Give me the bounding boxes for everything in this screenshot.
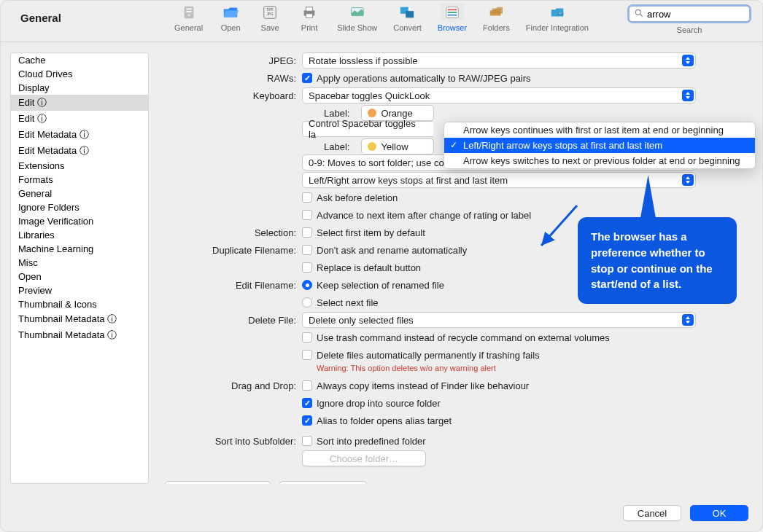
sidebar-item-thumbnail-icons[interactable]: Thumbnail & Icons: [11, 297, 148, 311]
row-delete-file: Delete File: Delete only selected files: [159, 312, 753, 328]
svg-text:TIFF: TIFF: [266, 8, 274, 12]
sidebar-item-thumbnail-metadata-2[interactable]: Thumbnail Metadata ⓘ: [11, 327, 148, 343]
checkbox-delete-permanently[interactable]: [302, 350, 312, 360]
cancel-button[interactable]: Cancel: [623, 505, 681, 521]
sidebar[interactable]: Cache Cloud Drives Display Edit ⓘ Edit ⓘ…: [10, 52, 149, 484]
checkbox-always-copy[interactable]: [302, 380, 312, 391]
select-label-yellow[interactable]: Yellow: [361, 138, 434, 154]
preferences-window: General General Open TIFFJPG Save Print …: [0, 0, 763, 532]
checkbox-ignore-drop[interactable]: [302, 398, 312, 408]
tab-open[interactable]: Open: [216, 1, 245, 34]
tab-convert[interactable]: Convert: [390, 1, 425, 34]
sidebar-item-edit-2[interactable]: Edit ⓘ: [11, 111, 148, 127]
sidebar-item-preview[interactable]: Preview: [11, 283, 148, 297]
select-jpeg[interactable]: Rotate lossless if possible: [302, 52, 696, 69]
orange-swatch-icon: [368, 109, 376, 117]
label-edit-filename: Edit Filename:: [159, 280, 302, 291]
select-keyboard-1[interactable]: Spacebar toggles QuickLook: [302, 87, 696, 103]
radio-keep-selection[interactable]: [302, 280, 312, 290]
convert-icon: [395, 3, 419, 22]
row-ask-before-deletion: Ask before deletion: [159, 189, 753, 206]
sidebar-item-general[interactable]: General: [11, 187, 148, 200]
tab-slideshow[interactable]: Slide Show: [334, 1, 380, 34]
tab-label: Finder Integration: [526, 23, 589, 32]
label-raws: RAWs:: [159, 73, 302, 84]
checkbox-advance-next[interactable]: [302, 210, 312, 220]
select-delete-file[interactable]: Delete only selected files: [302, 312, 696, 328]
restore-defaults-button[interactable]: Restore to Defaults: [165, 481, 271, 484]
svg-rect-12: [406, 11, 414, 17]
tab-label: Save: [261, 23, 279, 32]
checkbox-ask-before-deletion[interactable]: [302, 192, 312, 203]
checkbox-alias-target[interactable]: [302, 415, 312, 426]
sidebar-item-edit-metadata[interactable]: Edit Metadata ⓘ: [11, 127, 148, 143]
svg-rect-14: [447, 9, 457, 10]
select-keyboard-2[interactable]: Control Spacebar toggles la: [302, 121, 433, 137]
svg-rect-2: [186, 11, 191, 12]
arrow-keys-dropdown[interactable]: Arrow keys continues with first or last …: [444, 122, 756, 169]
search-input[interactable]: [647, 9, 763, 20]
folders-icon: [484, 3, 508, 22]
slideshow-icon: [346, 3, 369, 22]
sidebar-item-cache[interactable]: Cache: [11, 53, 148, 67]
dropdown-option-1[interactable]: Left/Right arrow keys stops at first and…: [444, 138, 755, 153]
row-keyboard-4: Left/Right arrow keys stops at first and…: [159, 172, 753, 188]
svg-rect-15: [447, 12, 457, 13]
sidebar-item-cloud-drives[interactable]: Cloud Drives: [11, 67, 148, 81]
tab-label: General: [174, 23, 203, 32]
checkbox-select-first[interactable]: [302, 227, 312, 238]
checkbox-replace-default[interactable]: [302, 262, 312, 273]
dropdown-option-2[interactable]: Arrow keys switches to next or previous …: [444, 153, 755, 168]
label-duplicate-filename: Duplicate Filename:: [159, 245, 302, 256]
tab-general[interactable]: General: [171, 1, 206, 34]
sidebar-item-ignore-folders[interactable]: Ignore Folders: [11, 200, 148, 214]
label-delete-file: Delete File:: [159, 315, 302, 326]
tab-folders[interactable]: Folders: [480, 1, 513, 34]
footer: Cancel OK: [0, 494, 763, 532]
label-sort-subfolder: Sort into Subfolder:: [159, 436, 302, 447]
chevron-updown-icon: [682, 90, 694, 101]
search-label: Search: [677, 26, 702, 34]
svg-text:JPG: JPG: [267, 12, 274, 16]
last-values-button[interactable]: Last Values: [279, 481, 367, 484]
label-jpeg: JPEG:: [159, 55, 302, 66]
tab-save[interactable]: TIFFJPG Save: [255, 1, 284, 34]
tab-label: Browser: [438, 23, 467, 32]
browser-icon: [441, 3, 464, 22]
svg-point-3: [187, 14, 190, 17]
sidebar-item-libraries[interactable]: Libraries: [11, 228, 148, 242]
sidebar-item-display[interactable]: Display: [11, 81, 148, 95]
ok-button[interactable]: OK: [690, 505, 748, 521]
tab-browser[interactable]: Browser: [435, 1, 470, 34]
label-keyboard: Keyboard:: [159, 90, 302, 101]
chevron-updown-icon: [682, 174, 694, 186]
yellow-swatch-icon: [368, 142, 376, 151]
choose-folder-button[interactable]: Choose folder…: [302, 450, 426, 466]
label-label2: Label:: [324, 141, 355, 152]
sidebar-item-thumbnail-metadata[interactable]: Thumbnail Metadata ⓘ: [11, 311, 148, 327]
restore-row: Restore to Defaults Last Values: [159, 481, 753, 484]
tab-finder-integration[interactable]: EXT Finder Integration: [523, 1, 592, 34]
sidebar-item-misc[interactable]: Misc: [11, 256, 148, 270]
sidebar-item-edit[interactable]: Edit ⓘ: [11, 95, 148, 111]
checkbox-label: Apply operations automatically to RAW/JP…: [317, 73, 531, 84]
sidebar-item-open[interactable]: Open: [11, 270, 148, 283]
row-drag-and-drop: Drag and Drop: Always copy items instead…: [159, 378, 753, 394]
tab-label: Print: [301, 23, 318, 32]
sidebar-item-formats[interactable]: Formats: [11, 173, 148, 187]
checkbox-raws-apply[interactable]: [302, 73, 312, 83]
dropdown-option-0[interactable]: Arrow keys continues with first or last …: [444, 122, 755, 138]
search-icon: [634, 8, 644, 20]
sidebar-item-machine-learning[interactable]: Machine Learning: [11, 242, 148, 256]
radio-select-next[interactable]: [302, 297, 312, 308]
search-box[interactable]: ✕: [627, 4, 751, 23]
finder-integration-icon: EXT: [546, 3, 569, 22]
tab-print[interactable]: Print: [295, 1, 324, 34]
sidebar-item-extensions[interactable]: Extensions: [11, 159, 148, 173]
checkbox-use-trash[interactable]: [302, 332, 312, 343]
label-drag-and-drop: Drag and Drop:: [159, 380, 302, 391]
sidebar-item-edit-metadata-2[interactable]: Edit Metadata ⓘ: [11, 143, 148, 159]
sidebar-item-image-verification[interactable]: Image Verification: [11, 214, 148, 228]
checkbox-sort-predefined[interactable]: [302, 436, 312, 446]
checkbox-dont-ask-rename[interactable]: [302, 245, 312, 255]
